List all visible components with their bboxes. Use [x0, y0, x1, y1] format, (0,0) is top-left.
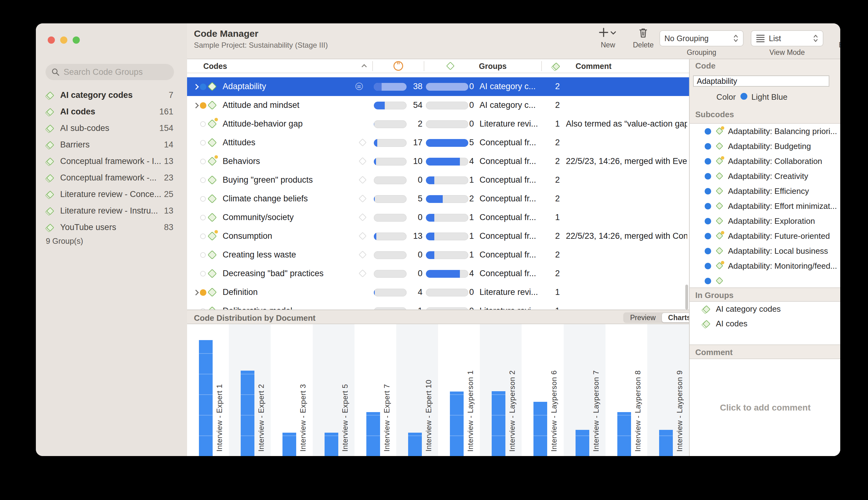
view-mode-label: View Mode — [751, 48, 823, 57]
subcode-item[interactable]: Adaptability: Budgeting — [690, 139, 840, 154]
documents-count: 2 — [469, 194, 474, 204]
list-icon — [756, 34, 765, 42]
chart-column: Interview - Expert 3 — [271, 324, 313, 456]
subcode-item[interactable]: Adaptability: Exploration — [690, 214, 840, 228]
expand-chevron-icon[interactable] — [193, 103, 199, 108]
group-label: Literature review - Instru... — [60, 206, 164, 216]
table-row[interactable]: Decreasing "bad" practices04Conceptual f… — [187, 264, 689, 283]
code-color-dot — [200, 83, 206, 90]
chart-bar[interactable] — [450, 391, 464, 456]
sidebar-group-item[interactable]: Conceptual framework - I...13 — [36, 153, 187, 170]
tab-preview[interactable]: Preview — [624, 313, 662, 322]
chart-bar[interactable] — [199, 340, 213, 456]
sidebar-group-item[interactable]: Literature review - Conce...25 — [36, 186, 187, 203]
delete-button[interactable]: Delete — [633, 26, 654, 49]
chart-bar[interactable] — [492, 391, 505, 456]
group-count: 13 — [164, 206, 173, 216]
color-value[interactable]: Light Blue — [752, 92, 788, 102]
in-group-item[interactable]: AI category codes — [690, 302, 840, 316]
chart-bar-label: Interview - Expert 7 — [383, 384, 391, 452]
subcode-item[interactable]: Adaptability: Efficiency — [690, 184, 840, 198]
code-name-input[interactable] — [693, 76, 829, 87]
sidebar-group-item[interactable]: AI category codes7 — [36, 87, 187, 103]
expand-chevron-icon[interactable] — [193, 289, 199, 295]
sidebar-group-item[interactable]: AI sub-codes154 — [36, 120, 187, 137]
subcode-item[interactable]: Adaptability: Creativity — [690, 169, 840, 184]
code-color-ring — [200, 215, 206, 220]
chart-bar[interactable] — [576, 430, 589, 456]
table-row[interactable]: Attitude-behavior gap20Literature revi..… — [187, 115, 689, 134]
search-code-groups-input[interactable]: Search Code Groups — [46, 64, 174, 80]
comment-cell: 22/5/23, 14:26, merged with Cons — [566, 231, 687, 241]
subcode-item[interactable]: Adaptability: Future-oriented — [690, 228, 840, 243]
segments-count: 17 — [391, 138, 422, 147]
chart-bar-label: Interview - Expert 2 — [257, 384, 266, 452]
subcode-item[interactable]: Adaptability: Local business — [690, 243, 840, 259]
export-button[interactable]: Export — [839, 26, 840, 49]
subcode-item[interactable]: Adaptability: Monitoring/feed... — [690, 259, 840, 273]
table-row[interactable]: Attitudes175Conceptual fr...2 — [187, 134, 689, 152]
chart-bar[interactable] — [367, 412, 380, 456]
table-row[interactable]: Behaviors104Conceptual fr...222/5/23, 14… — [187, 152, 689, 171]
code-color-ring — [200, 121, 206, 127]
chart-bar[interactable] — [282, 433, 296, 456]
sort-ascending-icon[interactable] — [362, 64, 367, 69]
documents-bar — [426, 83, 468, 91]
chart-bar[interactable] — [533, 402, 547, 456]
table-row[interactable]: Community/society01Conceptual fr...1 — [187, 208, 689, 227]
groups-cell: Conceptual fr... — [480, 213, 536, 222]
new-button[interactable]: New — [598, 26, 618, 49]
table-row[interactable]: Deliberative model10Literature revi...1 — [187, 302, 689, 309]
minimize-window-button[interactable] — [60, 36, 67, 44]
grouping-select[interactable]: No Grouping — [660, 30, 744, 46]
subcode-item[interactable]: Adaptability: Effort minimizat... — [690, 198, 840, 214]
sidebar-group-item[interactable]: Barriers14 — [36, 137, 187, 153]
table-row[interactable]: Attitude and mindset540AI category c...2 — [187, 96, 689, 115]
in-group-item[interactable]: AI codes — [690, 316, 840, 331]
subcode-item[interactable]: Adaptability: Collaboration — [690, 154, 840, 169]
code-diamond-icon[interactable] — [446, 62, 454, 70]
code-diamond-icon — [715, 262, 724, 270]
table-row[interactable]: Definition40Literature revi...1 — [187, 283, 689, 302]
code-groups-icon[interactable] — [551, 61, 561, 73]
sidebar-group-item[interactable]: AI codes161 — [36, 103, 187, 120]
code-name: Behaviors — [223, 157, 260, 166]
subcode-item[interactable]: Adaptability: Balancing priori... — [690, 124, 840, 139]
chart-bar[interactable] — [659, 430, 673, 456]
chart-bar[interactable] — [617, 412, 631, 456]
comment-area[interactable]: Click to add comment — [690, 359, 840, 456]
table-row[interactable]: Buying "green" products01Conceptual fr..… — [187, 171, 689, 190]
view-mode-select[interactable]: List — [751, 30, 823, 46]
column-comment[interactable]: Comment — [576, 62, 611, 71]
chart-bar[interactable] — [241, 371, 255, 456]
column-groups[interactable]: Groups — [479, 62, 507, 71]
table-row[interactable]: Creating less waste01Conceptual fr...2 — [187, 246, 689, 264]
comment-placeholder: Click to add comment — [690, 403, 840, 413]
chart-bar[interactable] — [408, 433, 422, 456]
expand-chevron-icon[interactable] — [193, 84, 199, 90]
group-count-cell: 2 — [551, 100, 564, 110]
documents-count: 1 — [469, 250, 474, 260]
table-scrollbar-thumb[interactable] — [685, 285, 688, 309]
sidebar-group-item[interactable]: Literature review - Instru...13 — [36, 203, 187, 219]
chart-column: Interview - Layperson 1 — [438, 324, 480, 456]
group-count-cell: 2 — [551, 175, 564, 185]
subcode-item[interactable] — [690, 273, 840, 287]
zoom-window-button[interactable] — [72, 36, 80, 44]
sidebar-group-item[interactable]: Conceptual framework -...23 — [36, 170, 187, 186]
coded-segments-icon[interactable]: ” — [394, 61, 403, 71]
close-window-button[interactable] — [48, 36, 55, 44]
subcode-color-dot — [704, 278, 711, 284]
sidebar-group-item[interactable]: YouTube users83 — [36, 219, 187, 236]
code-diamond-icon — [208, 288, 217, 297]
table-row[interactable]: Consumption131Conceptual fr...222/5/23, … — [187, 227, 689, 246]
code-name: Attitude and mindset — [223, 100, 299, 110]
pale-diamond-icon — [359, 176, 367, 184]
table-row[interactable]: Climate change beliefs52Conceptual fr...… — [187, 190, 689, 208]
subcode-color-dot — [704, 188, 711, 194]
segments-bar-fill — [374, 139, 377, 147]
table-row[interactable]: Adaptability380AI category c...2 — [187, 77, 689, 96]
color-swatch[interactable] — [741, 93, 747, 100]
column-codes[interactable]: Codes — [203, 62, 227, 71]
chart-bar[interactable] — [325, 433, 338, 456]
